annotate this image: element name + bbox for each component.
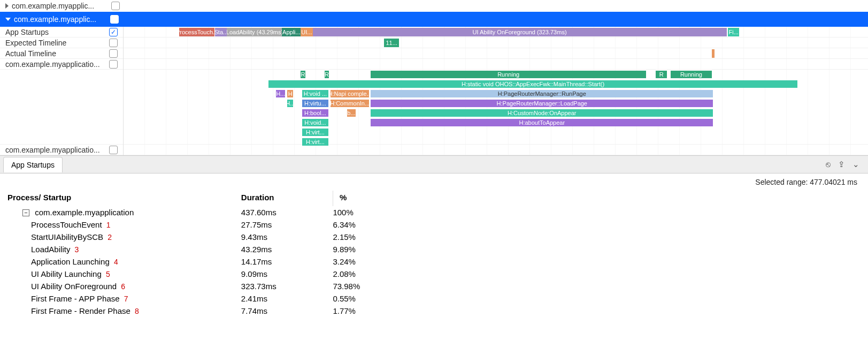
startup-name: ProcessTouchEvent 1 bbox=[7, 218, 241, 231]
trace-span[interactable]: Running bbox=[671, 71, 712, 78]
trace-span[interactable]: R bbox=[301, 71, 305, 78]
trace-span[interactable]: H:virtu... bbox=[302, 100, 328, 107]
track-thread2[interactable] bbox=[124, 145, 868, 155]
trace-span[interactable]: H:CustomNode:OnAppear bbox=[371, 109, 713, 117]
trace-span[interactable]: H... bbox=[287, 100, 293, 107]
row-thread-1[interactable]: com.example.myapplicatio... bbox=[0, 59, 123, 70]
table-row[interactable]: First Frame - APP Phase 72.41ms0.55% bbox=[7, 292, 425, 305]
startup-name: First Frame - Render Phase 8 bbox=[7, 305, 241, 317]
checkbox[interactable] bbox=[110, 15, 119, 24]
timeline-tracks[interactable]: ProcessTouch...Sta...LoadAbility (43.29m… bbox=[124, 27, 868, 155]
row-thread-2[interactable]: com.example.myapplicatio... bbox=[0, 145, 123, 155]
percent-cell: 2.15% bbox=[333, 231, 425, 243]
trace-span[interactable]: Sta... bbox=[215, 28, 227, 36]
percent-cell: 73.98% bbox=[333, 280, 425, 292]
startup-name: UI Ability OnForeground 6 bbox=[7, 280, 241, 292]
chevron-down-icon[interactable]: ⌄ bbox=[852, 160, 859, 169]
row-expected-timeline[interactable]: Expected Timeline bbox=[0, 37, 123, 48]
trace-span[interactable]: R bbox=[325, 71, 329, 78]
trace-span[interactable]: Appli... bbox=[282, 28, 301, 36]
table-row[interactable]: UI Ability OnForeground 6323.73ms73.98% bbox=[7, 280, 425, 292]
tab-app-startups[interactable]: App Startups bbox=[3, 157, 63, 172]
table-row[interactable]: StartUIAbilityBySCB 29.43ms2.15% bbox=[7, 231, 425, 243]
trace-span[interactable]: H:void... bbox=[302, 119, 328, 126]
percent-cell: 0.55% bbox=[333, 292, 425, 305]
track-actual[interactable] bbox=[124, 48, 868, 59]
checkbox[interactable] bbox=[109, 49, 118, 58]
annotation: 4 bbox=[114, 258, 118, 266]
process-label: com.example.myapplic... bbox=[12, 2, 108, 10]
trace-span[interactable]: H:static void OHOS::AppExecFwk::MainThre… bbox=[268, 80, 797, 88]
trace-span[interactable]: LoadAbility (43.29ms) bbox=[227, 28, 282, 36]
table-row[interactable]: UI Ability Launching 59.09ms2.08% bbox=[7, 268, 425, 280]
process-row-collapsed[interactable]: com.example.myapplic... bbox=[0, 0, 868, 12]
trace-span[interactable]: ProcessTouch... bbox=[179, 28, 214, 36]
trace-span[interactable]: H... bbox=[276, 90, 285, 97]
range-label: Selected range: bbox=[755, 178, 810, 186]
row-actual-timeline[interactable]: Actual Timeline bbox=[0, 48, 123, 59]
label: Expected Timeline bbox=[5, 39, 66, 47]
track-calls[interactable]: RunningRRunningRRH:static void OHOS::App… bbox=[124, 70, 868, 145]
collapse-icon[interactable]: − bbox=[22, 209, 29, 216]
trace-span[interactable]: H bbox=[287, 90, 293, 97]
chevron-down-icon bbox=[5, 18, 11, 21]
col-percent[interactable]: % bbox=[333, 191, 425, 206]
trace-span[interactable]: R bbox=[656, 71, 667, 78]
duration-cell: 9.09ms bbox=[241, 268, 333, 280]
selected-range: Selected range: 477.04021 ms bbox=[0, 174, 868, 191]
percent-cell: 6.34% bbox=[333, 218, 425, 231]
export-icon[interactable]: ⎋ bbox=[826, 160, 831, 169]
process-name: com.example.myapplication bbox=[35, 208, 134, 217]
duration-cell: 9.43ms bbox=[241, 231, 333, 243]
label: Actual Timeline bbox=[5, 49, 56, 58]
trace-span[interactable]: H:CommonIn... bbox=[331, 100, 369, 107]
trace-span[interactable]: UI... bbox=[301, 28, 312, 36]
table-row-process[interactable]: − com.example.myapplication 437.60ms 100… bbox=[7, 206, 425, 218]
col-duration[interactable]: Duration bbox=[241, 191, 333, 206]
row-app-startups[interactable]: App Startups bbox=[0, 27, 123, 37]
trace-span[interactable]: H:PageRouterManager::LoadPage bbox=[371, 100, 713, 107]
duration-cell: 7.74ms bbox=[241, 305, 333, 317]
checkbox[interactable] bbox=[111, 2, 120, 10]
col-process[interactable]: Process/ Startup bbox=[7, 191, 241, 206]
panel-actions: ⎋ ⇪ ⌄ bbox=[826, 160, 868, 169]
timeline: App Startups Expected Timeline Actual Ti… bbox=[0, 27, 868, 155]
trace-span[interactable]: b... bbox=[347, 109, 356, 117]
track-expected[interactable]: 11... bbox=[124, 37, 868, 48]
trace-span[interactable]: H:virt... bbox=[302, 129, 328, 136]
process-row-expanded[interactable]: com.example.myapplic... bbox=[0, 12, 868, 27]
annotation: 2 bbox=[107, 233, 112, 242]
trace-span[interactable]: H:PageRouterManager::RunPage bbox=[371, 90, 713, 97]
annotation: 3 bbox=[75, 245, 79, 254]
table-row[interactable]: First Frame - Render Phase 87.74ms1.77% bbox=[7, 305, 425, 317]
startup-name: Application Launching 4 bbox=[7, 255, 241, 268]
trace-span[interactable]: H:aboutToAppear bbox=[371, 119, 713, 126]
trace-span[interactable]: Running bbox=[371, 71, 646, 78]
table-row[interactable]: Application Launching 414.17ms3.24% bbox=[7, 255, 425, 268]
trace-span[interactable]: H:Napi comple... bbox=[331, 90, 369, 97]
checkbox[interactable] bbox=[109, 60, 118, 69]
process-label: com.example.myapplic... bbox=[14, 15, 868, 24]
startup-name: First Frame - APP Phase 7 bbox=[7, 292, 241, 305]
label: com.example.myapplicatio... bbox=[5, 60, 100, 69]
checkbox[interactable] bbox=[109, 28, 118, 36]
trace-span[interactable]: H:bool... bbox=[302, 109, 328, 117]
table-row[interactable]: ProcessTouchEvent 127.75ms6.34% bbox=[7, 218, 425, 231]
table-row[interactable]: LoadAbility 343.29ms9.89% bbox=[7, 243, 425, 255]
track-thread1[interactable] bbox=[124, 59, 868, 70]
label: App Startups bbox=[5, 28, 49, 36]
trace-span[interactable]: Fi... bbox=[728, 28, 739, 36]
trace-span[interactable] bbox=[712, 49, 715, 58]
table-header: Process/ Startup Duration % bbox=[7, 191, 425, 206]
trace-span[interactable]: H:void ... bbox=[302, 90, 328, 97]
trace-span[interactable]: UI Ability OnForeground (323.73ms) bbox=[313, 28, 727, 36]
pin-icon[interactable]: ⇪ bbox=[838, 160, 845, 169]
range-value: 477.04021 ms bbox=[810, 178, 857, 186]
checkbox[interactable] bbox=[109, 39, 118, 47]
trace-span[interactable]: 11... bbox=[384, 39, 399, 47]
annotation: 8 bbox=[135, 307, 139, 315]
checkbox[interactable] bbox=[109, 146, 118, 154]
details-tabs: App Startups ⎋ ⇪ ⌄ bbox=[0, 155, 868, 174]
track-app-startups[interactable]: ProcessTouch...Sta...LoadAbility (43.29m… bbox=[124, 27, 868, 37]
percent-cell: 100% bbox=[333, 206, 425, 218]
